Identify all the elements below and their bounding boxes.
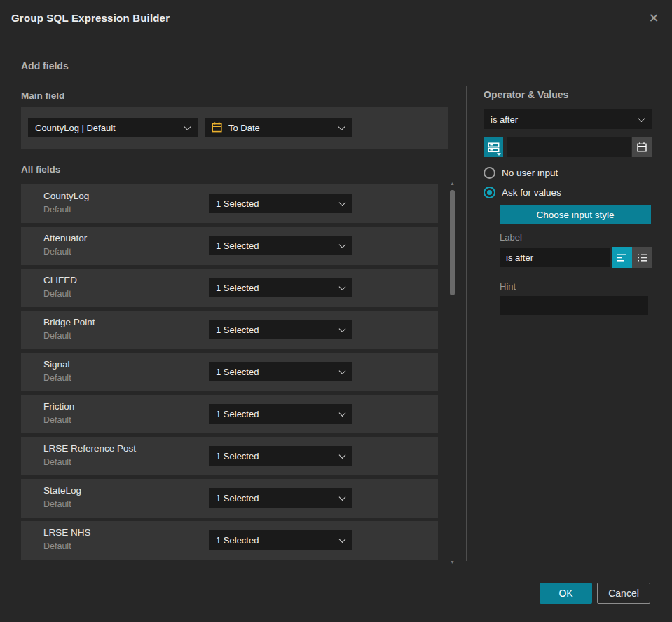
field-name: Signal: [43, 359, 70, 370]
field-subtitle: Default: [43, 331, 71, 341]
field-selected-dropdown[interactable]: 1 Selected: [209, 320, 352, 339]
operator-select[interactable]: is after: [484, 109, 652, 129]
field-selected-dropdown[interactable]: 1 Selected: [209, 278, 352, 297]
value-input[interactable]: [507, 137, 631, 157]
chevron-down-icon: [339, 325, 346, 332]
label-input[interactable]: [500, 248, 610, 267]
hint-input[interactable]: [500, 296, 648, 315]
field-row: LRSE NHS Default 1 Selected: [21, 521, 438, 560]
field-row: Attenuator Default 1 Selected: [21, 227, 438, 265]
panel-divider: [466, 86, 467, 561]
operator-values-panel: Operator & Values is after: [484, 89, 652, 315]
field-subtitle: Default: [43, 541, 71, 551]
scroll-down-icon[interactable]: ▼: [448, 560, 456, 565]
chevron-down-icon: [339, 494, 346, 501]
field-name: LRSE NHS: [43, 527, 91, 538]
chevron-down-icon: [338, 123, 345, 130]
field-selected-dropdown[interactable]: 1 Selected: [209, 236, 352, 255]
choose-input-style-button[interactable]: Choose input style: [500, 205, 651, 224]
field-selected-dropdown[interactable]: 1 Selected: [209, 194, 352, 213]
date-type-select-value: To Date: [228, 123, 260, 133]
field-name: Bridge Point: [43, 317, 95, 327]
field-subtitle: Default: [43, 499, 71, 509]
main-field-select[interactable]: CountyLog | Default: [28, 118, 198, 137]
field-selected-value: 1 Selected: [216, 367, 259, 377]
field-name: Attenuator: [43, 233, 87, 243]
cancel-button[interactable]: Cancel: [597, 583, 650, 604]
align-left-icon: [617, 253, 627, 262]
chevron-down-icon: [339, 283, 346, 290]
calendar-icon: [211, 121, 223, 133]
single-line-style-button[interactable]: [612, 247, 632, 268]
field-selected-dropdown[interactable]: 1 Selected: [209, 530, 352, 550]
field-selected-value: 1 Selected: [216, 493, 259, 503]
input-style-toggle-group: [612, 247, 652, 268]
field-row: Signal Default 1 Selected: [21, 353, 438, 391]
bulleted-list-icon: [637, 253, 647, 262]
group-sql-expression-builder-dialog: Group SQL Expression Builder ✕ Add field…: [0, 0, 672, 622]
field-selected-value: 1 Selected: [216, 409, 259, 419]
field-selected-dropdown[interactable]: 1 Selected: [209, 404, 352, 424]
value-list-picker-button[interactable]: [484, 137, 503, 157]
field-row: Friction Default 1 Selected: [21, 395, 438, 433]
field-selected-value: 1 Selected: [216, 325, 259, 335]
chevron-down-icon: [339, 536, 346, 543]
main-field-panel: CountyLog | Default To Date: [21, 107, 448, 149]
field-selected-value: 1 Selected: [216, 283, 259, 293]
radio-selected-icon: [484, 187, 495, 198]
radio-no-user-input[interactable]: No user input: [484, 167, 652, 179]
chevron-down-icon: [339, 367, 346, 374]
radio-label: No user input: [502, 168, 558, 178]
field-selected-dropdown[interactable]: 1 Selected: [209, 362, 352, 381]
vertical-scrollbar[interactable]: ▲ ▼: [448, 181, 456, 565]
dialog-titlebar: Group SQL Expression Builder ✕: [0, 0, 672, 36]
field-name: LRSE Reference Post: [43, 443, 136, 454]
field-selected-value: 1 Selected: [216, 451, 259, 461]
scrollbar-thumb[interactable]: [450, 190, 455, 295]
dialog-title: Group SQL Expression Builder: [11, 0, 170, 36]
field-subtitle: Default: [43, 205, 71, 215]
main-field-select-value: CountyLog | Default: [35, 123, 116, 133]
field-name: CountyLog: [43, 191, 89, 201]
date-type-select[interactable]: To Date: [205, 118, 352, 137]
field-selected-dropdown[interactable]: 1 Selected: [209, 446, 352, 466]
value-input-row: [484, 137, 652, 157]
list-style-button[interactable]: [632, 247, 652, 268]
chevron-down-icon: [339, 241, 346, 248]
all-fields-list: CountyLog Default 1 Selected Attenuator …: [21, 184, 438, 563]
radio-ask-for-values[interactable]: Ask for values: [484, 187, 652, 198]
date-picker-button[interactable]: [632, 137, 652, 157]
chevron-down-icon: [339, 452, 346, 459]
field-name: StateLog: [43, 485, 81, 496]
field-row: StateLog Default 1 Selected: [21, 479, 438, 518]
chevron-down-icon: [339, 199, 346, 206]
chevron-down-icon: [184, 123, 191, 130]
field-name: CLIFED: [43, 275, 77, 285]
radio-label: Ask for values: [502, 187, 561, 198]
scroll-up-icon[interactable]: ▲: [448, 181, 456, 187]
field-subtitle: Default: [43, 457, 71, 467]
field-subtitle: Default: [43, 373, 71, 383]
field-selected-value: 1 Selected: [216, 241, 259, 251]
radio-unselected-icon: [484, 167, 495, 179]
field-name: Friction: [43, 401, 74, 412]
all-fields-heading: All fields: [21, 164, 60, 175]
label-input-row: [500, 247, 652, 268]
field-selected-dropdown[interactable]: 1 Selected: [209, 488, 352, 508]
field-subtitle: Default: [43, 247, 71, 257]
field-subtitle: Default: [43, 289, 71, 299]
chevron-down-icon: [638, 115, 645, 122]
ok-button[interactable]: OK: [540, 583, 592, 604]
field-subtitle: Default: [43, 415, 71, 425]
field-row: Bridge Point Default 1 Selected: [21, 311, 438, 349]
field-selected-value: 1 Selected: [216, 198, 259, 209]
calendar-icon: [636, 142, 647, 153]
operator-values-heading: Operator & Values: [484, 89, 652, 100]
close-icon[interactable]: ✕: [645, 10, 662, 27]
add-fields-heading: Add fields: [21, 60, 69, 72]
stacked-values-icon: [488, 142, 500, 153]
operator-select-value: is after: [491, 114, 518, 125]
main-field-heading: Main field: [21, 90, 64, 101]
chevron-down-icon: [339, 410, 346, 417]
label-field-label: Label: [500, 232, 652, 243]
